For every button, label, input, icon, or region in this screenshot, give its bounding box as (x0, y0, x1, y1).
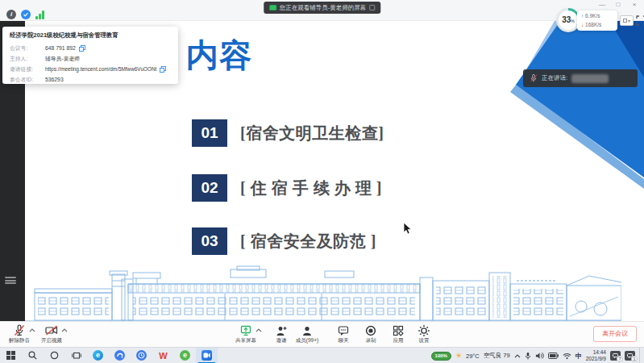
row-label: 会议号: (10, 44, 45, 52)
settings-label: 设置 (406, 337, 442, 344)
row-label: 邀请链接: (10, 65, 45, 73)
network-speed-stats: ↑ 6.9K/s ↓ 168K/s (577, 10, 617, 31)
meeting-info-icon[interactable]: i (6, 10, 16, 19)
task-view-button[interactable] (65, 348, 87, 363)
window-controls: — □ × (597, 0, 639, 10)
weather-sun-icon: ☀ (455, 352, 462, 360)
record-icon (365, 325, 376, 336)
members-button[interactable]: 成员(99+) (289, 324, 325, 344)
close-button[interactable]: × (629, 0, 639, 10)
apps-grid-icon (393, 325, 404, 336)
caret-down-icon: ▾ (628, 18, 630, 23)
network-signal-icon[interactable] (35, 10, 44, 19)
members-label: 成员(99+) (289, 337, 325, 344)
blue-app-icon (114, 350, 125, 361)
windows-taskbar: e W e (0, 347, 644, 363)
watching-notice-text: 您正在观看辅导员-黄老师的屏幕 (280, 4, 367, 12)
weather-temp[interactable]: 29°C (466, 353, 480, 360)
tray-message-icon-a[interactable]: 7 (610, 351, 621, 361)
clock-app-icon (136, 350, 147, 361)
security-shield-icon[interactable] (21, 10, 31, 19)
tray-clock[interactable]: 14:44 2021/9/9 (586, 349, 606, 362)
slide-item-number: 01 (192, 119, 227, 147)
mouse-cursor (403, 223, 412, 235)
tray-wifi-icon[interactable] (563, 353, 571, 360)
start-video-button[interactable]: 开启视频 (34, 324, 69, 344)
meeting-id-row: 会议号: 648 791 892 (10, 43, 171, 53)
taskbar-app-edge[interactable]: e (87, 348, 109, 363)
slide-item-text: [宿舍文明卫生检查] (240, 119, 384, 147)
tray-message-icon-b[interactable]: 1 (625, 351, 635, 361)
wps-icon: W (159, 351, 167, 361)
search-button[interactable] (22, 348, 44, 363)
minimize-button[interactable]: — (597, 0, 607, 10)
upload-arrow-icon: ↑ (581, 13, 584, 19)
participant-id-row: 参会者ID: 536293 (10, 74, 171, 85)
meeting-top-bar: i 您正在观看辅导员-黄老师的屏幕 — □ × (0, 0, 644, 21)
show-desktop-strip[interactable] (639, 348, 642, 363)
leave-meeting-button[interactable]: 离开会议 (593, 326, 637, 342)
maximize-button[interactable]: □ (613, 0, 623, 10)
tray-battery-icon[interactable] (548, 353, 559, 359)
pin-icon[interactable] (369, 5, 375, 10)
start-button[interactable] (0, 348, 22, 363)
tencent-meeting-window: 内容 01 [宿舍文明卫生检查] 02 [ 住 宿 手 续 办 理 ] 03 [… (0, 0, 644, 363)
meeting-id-value: 648 791 892 (45, 45, 76, 51)
invite-link-row: 邀请链接: https://meeting.tencent.com/dm/5Mf… (10, 64, 171, 74)
copy-icon[interactable] (160, 66, 166, 73)
download-arrow-icon: ↓ (581, 22, 584, 27)
slide-item-text: [ 宿舍安全及防范 ] (240, 227, 376, 255)
chat-icon (338, 325, 349, 336)
speaker-names-blurred (571, 74, 609, 83)
taskbar-app-browser[interactable]: e (174, 348, 196, 363)
tray-time: 14:44 (593, 349, 606, 355)
cortana-button[interactable] (44, 348, 65, 363)
badge-count: 7 (617, 356, 623, 362)
taskbar-app-wps[interactable]: W (152, 348, 174, 363)
tray-expand-caret[interactable] (514, 354, 521, 358)
copy-icon[interactable] (79, 45, 85, 52)
gear-icon (418, 325, 430, 336)
invite-person-icon (276, 325, 287, 336)
video-options-caret[interactable] (61, 328, 68, 332)
meeting-info-popup: 经济学院2021级校纪校规与宿舍管理教育 会议号: 648 791 892 主持… (2, 27, 178, 84)
tencent-meeting-icon (202, 350, 212, 361)
tray-mic-icon[interactable] (525, 352, 531, 361)
battery-widget[interactable]: 100% (431, 352, 451, 361)
share-screen-button[interactable]: 共享屏幕 (228, 324, 264, 344)
taskbar-app-meeting[interactable] (196, 348, 218, 363)
host-value: 辅导员-黄老师 (45, 55, 80, 63)
unmute-label: 解除静音 (2, 337, 37, 344)
edge-icon: e (93, 350, 103, 361)
ime-indicator[interactable]: 中 (575, 352, 582, 361)
percent-sign: % (571, 19, 574, 23)
slide-item-number: 02 (192, 174, 227, 202)
fullscreen-button[interactable] (636, 15, 644, 26)
tray-volume-icon[interactable] (535, 352, 544, 360)
grid-view-icon (623, 19, 627, 23)
taskbar-app-clock[interactable] (131, 348, 152, 363)
layout-view-button[interactable]: ▾ (620, 15, 634, 26)
slide-item-text: [ 住 宿 手 续 办 理 ] (240, 174, 382, 202)
speaking-indicator: 正在讲话: (523, 69, 638, 87)
share-options-caret[interactable] (256, 328, 262, 332)
settings-button[interactable]: 设置 (406, 324, 442, 344)
row-label: 参会者ID: (10, 76, 45, 84)
row-label: 主持人: (10, 55, 45, 63)
invite-link-value[interactable]: https://meeting.tencent.com/dm/5Mfww6VuO… (45, 66, 156, 72)
watching-notice-pill: 您正在观看辅导员-黄老师的屏幕 (264, 2, 381, 14)
tray-date: 2021/9/9 (586, 356, 606, 361)
green-browser-icon: e (180, 350, 190, 361)
meeting-toolbar: 解除静音 开启视频 (0, 321, 644, 347)
hamburger-menu-icon[interactable] (5, 277, 16, 286)
upload-speed: 6.9K/s (585, 13, 600, 19)
taskbar-app-blue[interactable] (109, 348, 131, 363)
unmute-button[interactable]: 解除静音 (2, 324, 37, 344)
camera-off-icon (45, 325, 58, 336)
start-video-label: 开启视频 (34, 337, 69, 344)
meeting-status-icons: i (6, 10, 44, 19)
weather-air-quality[interactable]: 空气良 79 (484, 352, 510, 360)
members-icon (301, 325, 313, 336)
taskbar-left: e W e (0, 348, 218, 363)
download-speed: 168K/s (585, 22, 601, 27)
